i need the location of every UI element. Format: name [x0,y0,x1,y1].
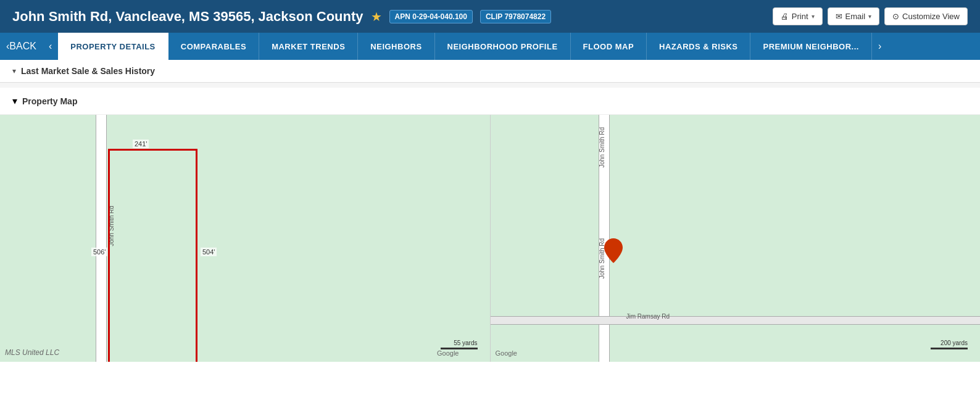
email-button[interactable]: ✉ Email ▾ [828,7,880,25]
page-title: John Smith Rd, Vancleave, MS 39565, Jack… [12,9,363,25]
tab-premium-neighbors-label: PREMIUM NEIGHBOR... [763,42,858,51]
nav-prev-icon: ‹ [49,41,52,52]
dim-right: 504' [201,248,217,256]
mls-logo: MLS United LLC [5,348,59,357]
google-logo-left: Google [437,349,459,357]
tab-neighborhood-profile-label: NEIGHBORHOOD PROFILE [447,42,558,51]
clip-badge: CLIP 7978074822 [480,10,551,23]
header-left: John Smith Rd, Vancleave, MS 39565, Jack… [12,9,551,25]
road-john-smith-left [96,115,107,362]
property-map-section: ▾ Property Map John Smith Rd 241' 504' 2 [0,88,980,362]
email-icon: ✉ [836,12,842,21]
print-label: Print [792,12,808,21]
parcel-boundary [108,149,197,362]
customize-icon: ⊙ [892,12,899,21]
nav-back-button[interactable]: ‹ BACK [0,33,43,60]
parcel-map[interactable]: John Smith Rd 241' 504' 249' 506' 55 yar… [0,115,491,362]
scale-label-left: 55 yards [454,340,477,346]
customize-label: Customize View [902,12,960,21]
page-header: John Smith Rd, Vancleave, MS 39565, Jack… [0,0,980,33]
header-actions: 🖨 Print ▾ ✉ Email ▾ ⊙ Customize View [773,7,968,25]
customize-button[interactable]: ⊙ Customize View [884,7,968,25]
nav-bar: ‹ BACK ‹ PROPERTY DETAILS COMPARABLES MA… [0,33,980,60]
tab-market-trends[interactable]: MARKET TRENDS [259,33,358,60]
tab-property-details-label: PROPERTY DETAILS [70,42,156,51]
nav-back-label: BACK [9,41,36,52]
tab-flood-map[interactable]: FLOOD MAP [571,33,647,60]
sales-history-title: Last Market Sale & Sales History [21,66,155,76]
road-label-jim-ramsay: Jim Ramsay Rd [626,313,670,320]
tab-premium-neighbors[interactable]: PREMIUM NEIGHBOR... [750,33,871,60]
email-label: Email [845,12,866,21]
property-map-title: Property Map [22,96,77,106]
nav-next-button[interactable]: › [872,33,887,60]
sales-history-chevron-icon: ▾ [12,67,16,75]
main-content: ▾ Last Market Sale & Sales History ▾ Pro… [0,60,980,362]
apn-badge: APN 0-29-04-040.100 [389,10,473,23]
scale-line-right [931,348,968,349]
dim-top: 241' [133,140,149,148]
tab-property-details[interactable]: PROPERTY DETAILS [58,33,168,60]
property-map-chevron-icon: ▾ [12,95,17,107]
map-marker [604,238,623,265]
google-logo-right: Google [496,349,517,357]
tab-hazards-risks-label: HAZARDS & RISKS [659,42,737,51]
map-container: John Smith Rd 241' 504' 249' 506' 55 yar… [0,115,980,362]
print-chevron-icon: ▾ [812,13,815,20]
dim-left: 506' [91,248,107,256]
print-icon: 🖨 [781,12,789,21]
scale-bar-left: 55 yards [441,340,478,349]
tab-hazards-risks[interactable]: HAZARDS & RISKS [647,33,750,60]
scale-bar-right: 200 yards [931,340,968,349]
tab-neighbors-label: NEIGHBORS [370,42,421,51]
street-map[interactable]: John Smith Rd John Smith Rd Jim Ramsay R… [491,115,981,362]
tab-flood-map-label: FLOOD MAP [583,42,634,51]
sales-history-section[interactable]: ▾ Last Market Sale & Sales History [0,60,980,83]
favorite-icon[interactable]: ★ [371,9,382,24]
nav-next-icon: › [878,41,881,52]
road-label-right-top: John Smith Rd [598,127,605,168]
tab-market-trends-label: MARKET TRENDS [272,42,345,51]
tab-comparables-label: COMPARABLES [181,42,246,51]
nav-prev-button[interactable]: ‹ [43,33,58,60]
tab-comparables[interactable]: COMPARABLES [168,33,259,60]
email-chevron-icon: ▾ [868,13,871,20]
tab-neighborhood-profile[interactable]: NEIGHBORHOOD PROFILE [435,33,571,60]
tab-neighbors[interactable]: NEIGHBORS [358,33,434,60]
print-button[interactable]: 🖨 Print ▾ [773,7,823,25]
scale-label-right: 200 yards [941,340,968,346]
property-map-header[interactable]: ▾ Property Map [0,88,980,115]
road-jim-ramsay [491,316,981,325]
